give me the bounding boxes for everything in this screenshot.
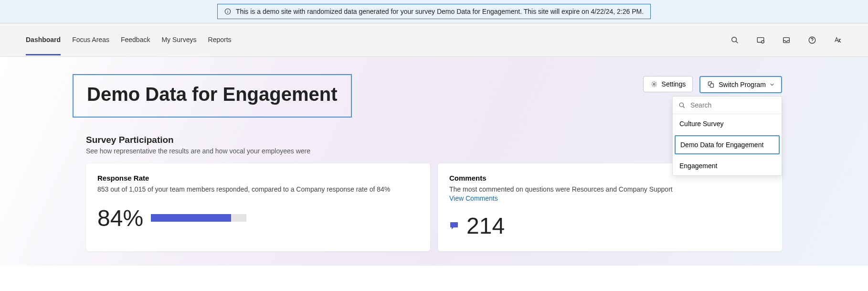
nav-tab-focus-areas[interactable]: Focus Areas	[72, 24, 109, 55]
search-icon	[678, 102, 686, 109]
page-title-box: Demo Data for Engagement	[73, 74, 352, 118]
nav-tab-dashboard[interactable]: Dashboard	[26, 24, 61, 55]
dropdown-item-culture-survey[interactable]: Culture Survey	[673, 114, 782, 133]
response-rate-percent: 84%	[97, 205, 143, 231]
gear-icon	[650, 80, 658, 88]
svg-point-13	[679, 103, 683, 107]
svg-rect-7	[783, 37, 790, 43]
switch-program-label: Switch Program	[719, 81, 766, 88]
comments-desc: The most commented on questions were Res…	[449, 185, 771, 194]
top-navigation: Dashboard Focus Areas Feedback My Survey…	[0, 23, 868, 57]
svg-line-14	[683, 106, 685, 108]
dropdown-search-input[interactable]	[690, 101, 776, 109]
hero-area: Demo Data for Engagement Settings Switch…	[0, 57, 868, 266]
search-icon[interactable]	[730, 36, 739, 44]
dropdown-item-demo-data[interactable]: Demo Data for Engagement	[675, 135, 780, 154]
header-icons	[730, 36, 842, 44]
chevron-down-icon	[770, 82, 774, 87]
inbox-icon[interactable]	[782, 36, 791, 44]
response-rate-card: Response Rate 853 out of 1,015 of your t…	[86, 163, 430, 251]
svg-point-3	[732, 37, 737, 42]
page-title: Demo Data for Engagement	[87, 84, 338, 105]
language-icon[interactable]	[834, 36, 842, 44]
response-rate-desc: 853 out of 1,015 of your team members re…	[97, 185, 419, 194]
demo-banner: This is a demo site with randomized data…	[0, 0, 868, 23]
nav-tabs: Dashboard Focus Areas Feedback My Survey…	[26, 24, 232, 55]
switch-program-button[interactable]: Switch Program	[699, 76, 782, 93]
response-rate-progress-fill	[151, 214, 231, 222]
dropdown-search	[673, 97, 782, 114]
dropdown-item-engagement[interactable]: Engagement	[673, 156, 782, 175]
settings-label: Settings	[662, 80, 686, 88]
switch-program-dropdown: Culture Survey Demo Data for Engagement …	[672, 96, 782, 176]
switch-icon	[707, 81, 715, 88]
response-rate-title: Response Rate	[97, 174, 419, 182]
settings-button[interactable]: Settings	[643, 76, 693, 92]
svg-line-4	[736, 41, 738, 43]
comment-icon	[449, 221, 459, 230]
svg-rect-12	[710, 84, 714, 87]
info-icon	[224, 8, 231, 15]
svg-point-10	[653, 83, 655, 85]
demo-banner-inner: This is a demo site with randomized data…	[217, 4, 651, 19]
comments-card: Comments The most commented on questions…	[438, 163, 782, 251]
demo-banner-text: This is a demo site with randomized data…	[236, 8, 644, 15]
svg-point-6	[762, 40, 764, 43]
comments-count: 214	[466, 213, 505, 239]
nav-tab-my-surveys[interactable]: My Surveys	[161, 24, 196, 55]
presentation-icon[interactable]	[756, 36, 765, 44]
help-icon[interactable]	[808, 36, 816, 44]
nav-tab-reports[interactable]: Reports	[208, 24, 232, 55]
nav-tab-feedback[interactable]: Feedback	[121, 24, 150, 55]
view-comments-link[interactable]: View Comments	[449, 194, 771, 202]
response-rate-progress	[151, 214, 246, 222]
